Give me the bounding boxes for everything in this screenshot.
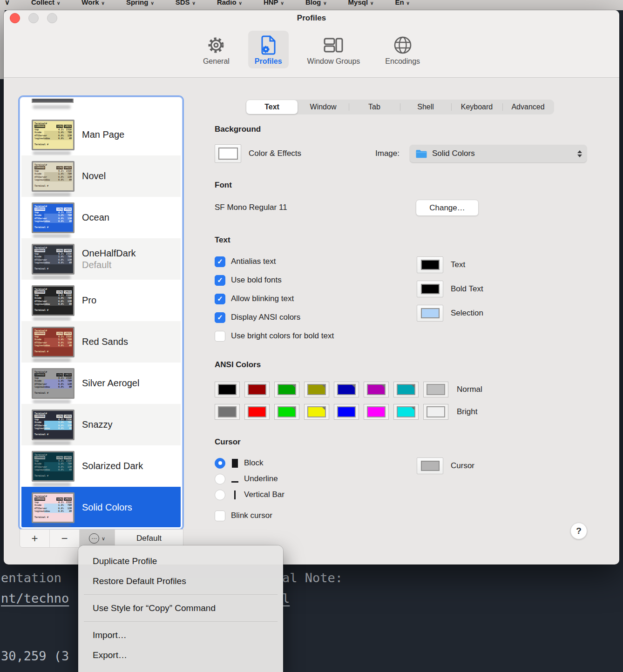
ansi-swatch-normal-red[interactable]: [244, 382, 270, 397]
profile-row-novel[interactable]: Terminal#COMMAND%CPU%PRIVtop4.1%231KXcod…: [21, 155, 181, 197]
profile-name: Man Page: [82, 129, 124, 140]
blurred-text: [33, 358, 71, 362]
image-label: Image:: [375, 149, 400, 158]
chevron-down-icon: ∨: [239, 0, 242, 6]
radio-underline[interactable]: Underline: [215, 471, 284, 487]
checkbox-use-bold-fonts[interactable]: ✓Use bold fonts: [215, 271, 334, 289]
bookmark-item-sds[interactable]: SDS∨: [176, 0, 196, 8]
help-button[interactable]: ?: [570, 523, 587, 539]
chevron-down-icon: ∨: [281, 0, 284, 6]
chevron-down-icon: ∨: [192, 0, 196, 6]
profile-row-pro[interactable]: Terminal#COMMAND%CPU%PRIVtop4.1%231KXcod…: [21, 280, 181, 321]
ansi-swatch-normal-blue[interactable]: [334, 382, 359, 397]
ansi-swatch-normal-green[interactable]: [274, 382, 299, 397]
tab-shell[interactable]: Shell: [400, 100, 451, 114]
ansi-swatch-normal-yellow[interactable]: [304, 382, 329, 397]
checkbox-allow-blinking-text[interactable]: ✓Allow blinking text: [215, 289, 334, 308]
color-well-bold-text[interactable]: [417, 281, 443, 297]
menu-item-import[interactable]: Import…: [78, 625, 283, 645]
remove-profile-button[interactable]: −: [50, 530, 80, 547]
cursor-color-well[interactable]: [417, 457, 443, 474]
profile-row-man-page[interactable]: Terminal#COMMAND%CPU%PRIVtop4.1%231KXcod…: [21, 114, 181, 155]
menu-item-duplicate-profile[interactable]: Duplicate Profile: [78, 551, 283, 571]
profile-thumbnail: Terminal#COMMAND%CPU%PRIVtop4.1%231KXcod…: [32, 492, 74, 523]
tab-tab[interactable]: Tab: [349, 100, 400, 114]
add-profile-button[interactable]: +: [20, 530, 50, 547]
ansi-swatch-bright-blue[interactable]: [334, 404, 359, 420]
updown-chevrons-icon: [577, 150, 582, 157]
blurred-text: [33, 483, 71, 486]
toolbar-item-window-groups[interactable]: Window Groups: [301, 31, 367, 68]
checkbox-antialias-text[interactable]: ✓Antialias text: [215, 252, 334, 271]
tab-keyboard[interactable]: Keyboard: [451, 100, 502, 114]
bookmark-item-collect[interactable]: Collect∨: [31, 0, 60, 8]
bookmark-item-radio[interactable]: Radio∨: [217, 0, 242, 8]
image-dropdown-value: Solid Colors: [432, 149, 475, 158]
ansi-swatch-bright-black[interactable]: [215, 404, 240, 420]
color-well-selection[interactable]: [417, 305, 443, 322]
change-font-button[interactable]: Change…: [416, 200, 479, 216]
ansi-swatch-bright-white[interactable]: [423, 404, 448, 420]
ansi-swatch-bright-yellow[interactable]: [304, 404, 329, 420]
checkbox-display-ansi-colors[interactable]: ✓Display ANSI colors: [215, 308, 334, 327]
ansi-swatch-normal-magenta[interactable]: [364, 382, 389, 397]
color-effects-label: Color & Effects: [249, 149, 301, 158]
profile-row-partial[interactable]: [21, 99, 181, 114]
toolbar-item-general[interactable]: General: [196, 31, 236, 68]
toolbar-item-profiles[interactable]: Profiles: [248, 31, 289, 68]
ansi-swatch-bright-cyan[interactable]: [393, 404, 419, 420]
bookmark-item-spring[interactable]: Spring∨: [126, 0, 154, 8]
toolbar-item-encodings[interactable]: Encodings: [379, 31, 427, 68]
checkbox-use-bright-colors-for-bold-text[interactable]: Use bright colors for bold text: [215, 327, 334, 345]
chevron-down-icon: ∨: [102, 0, 105, 6]
menu-item-export[interactable]: Export…: [78, 645, 283, 665]
bookmark-item-work[interactable]: Work∨: [81, 0, 105, 8]
bookmark-item-mysql[interactable]: Mysql∨: [348, 0, 374, 8]
profile-name: Pro: [82, 295, 96, 306]
blurred-text: [33, 234, 71, 238]
checkbox-blink-cursor[interactable]: Blink cursor: [215, 506, 272, 525]
browser-bookmarks-bar: ∨Collect∨Work∨Spring∨SDS∨Radio∨HNP∨Blog∨…: [0, 0, 623, 10]
checkbox-box: [215, 331, 225, 342]
color-well-label: Bold Text: [451, 284, 483, 294]
profile-row-silver-aerogel[interactable]: Terminal#COMMAND%CPU%PRIVtop4.1%231KXcod…: [21, 363, 181, 404]
ansi-swatch-bright-red[interactable]: [244, 404, 270, 420]
color-well-text[interactable]: [417, 256, 443, 273]
profile-row-ocean[interactable]: Terminal#COMMAND%CPU%PRIVtop4.1%231KXcod…: [21, 197, 181, 238]
profile-name: Snazzy: [82, 419, 113, 430]
background-section-title: Background: [215, 125, 261, 134]
profile-row-solid-colors[interactable]: Terminal#COMMAND%CPU%PRIVtop4.1%231KXcod…: [21, 487, 181, 527]
tab-advanced[interactable]: Advanced: [502, 100, 554, 114]
ansi-swatch-normal-white[interactable]: [423, 382, 448, 397]
chevron-down-icon: ∨: [323, 0, 326, 6]
more-options-button[interactable]: ⋯ ∨: [80, 530, 115, 547]
radio-block[interactable]: Block: [215, 455, 284, 471]
ansi-swatch-normal-black[interactable]: [215, 382, 240, 397]
image-dropdown[interactable]: Solid Colors: [410, 145, 587, 162]
profile-row-solarized-dark[interactable]: Terminal#COMMAND%CPU%PRIVtop4.1%231KXcod…: [21, 445, 181, 487]
background-color-well[interactable]: [215, 144, 241, 163]
cursor-section-title: Cursor: [215, 437, 241, 447]
bookmark-item-en[interactable]: En∨: [395, 0, 410, 8]
ansi-swatch-normal-cyan[interactable]: [393, 382, 419, 397]
ansi-swatch-bright-magenta[interactable]: [364, 404, 389, 420]
profile-list: Terminal#COMMAND%CPU%PRIVtop4.1%231KXcod…: [21, 99, 181, 527]
checkbox-label: Blink cursor: [231, 511, 272, 520]
ansi-swatch-bright-green[interactable]: [274, 404, 299, 420]
tab-text[interactable]: Text: [246, 100, 298, 114]
tab-window[interactable]: Window: [298, 100, 349, 114]
bookmark-item-hnp[interactable]: HNP∨: [264, 0, 284, 8]
bookmark-item-blog[interactable]: Blog∨: [305, 0, 327, 8]
blurred-text: [33, 151, 71, 155]
window-groups-icon: [323, 34, 344, 56]
menu-item-restore-default-profiles[interactable]: Restore Default Profiles: [78, 571, 283, 591]
radio-vertical-bar[interactable]: Vertical Bar: [215, 487, 284, 503]
chevron-down-icon: ∨: [150, 0, 154, 6]
default-button[interactable]: Default: [115, 530, 183, 547]
profile-row-onehalfdark[interactable]: Terminal#COMMAND%CPU%PRIVtop4.1%231KXcod…: [21, 238, 181, 280]
profile-row-snazzy[interactable]: Terminal#COMMAND%CPU%PRIVtop4.1%231KXcod…: [21, 404, 181, 445]
checkbox-label: Antialias text: [231, 257, 276, 266]
menu-item-use-style-for-copy-command[interactable]: Use Style for “Copy” Command: [78, 598, 283, 618]
terminal-preferences-window: Profiles General: [4, 10, 619, 564]
profile-row-red-sands[interactable]: Terminal#COMMAND%CPU%PRIVtop4.1%231KXcod…: [21, 321, 181, 363]
